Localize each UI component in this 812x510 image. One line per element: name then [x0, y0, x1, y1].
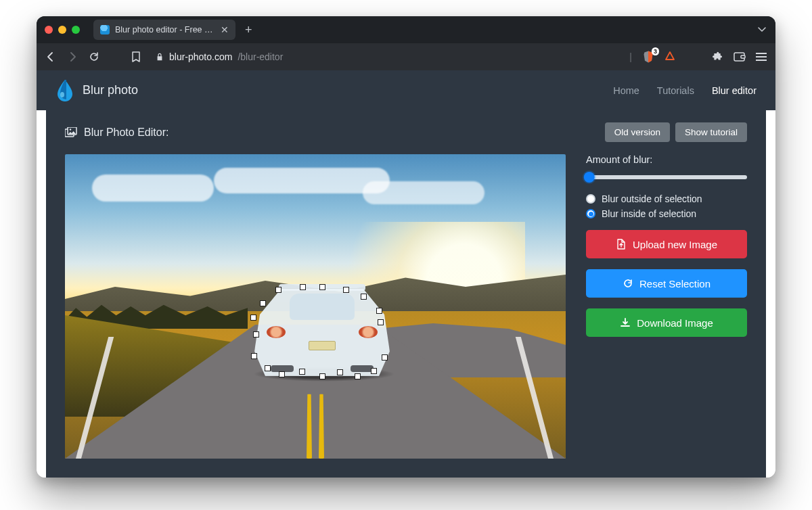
app-header: Blur photo Home Tutorials Blur editor [37, 70, 775, 110]
selection-handle[interactable] [265, 365, 271, 371]
images-icon [65, 127, 77, 138]
svg-rect-3 [756, 56, 767, 57]
lock-icon [156, 53, 164, 61]
selection-handle[interactable] [319, 284, 325, 290]
maximize-window-icon[interactable] [72, 26, 80, 34]
tabs-overflow-icon[interactable] [757, 24, 767, 37]
svg-point-8 [70, 129, 71, 130]
selection-handle[interactable] [253, 331, 259, 338]
brave-rewards-icon[interactable] [664, 51, 675, 64]
radio-blur-inside[interactable]: Blur inside of selection [586, 208, 747, 219]
controls-panel: Amount of blur: Blur outside of selectio… [586, 154, 747, 459]
minimize-window-icon[interactable] [58, 26, 66, 34]
selection-handle[interactable] [382, 354, 388, 361]
selection-handle[interactable] [260, 300, 266, 306]
radio-label: Blur inside of selection [602, 208, 696, 219]
radio-icon [586, 209, 595, 218]
nav-tutorials[interactable]: Tutorials [657, 85, 694, 96]
new-tab-button[interactable]: + [242, 23, 255, 37]
favicon-icon [100, 25, 110, 34]
forward-button[interactable] [66, 51, 78, 63]
url-path: /blur-editor [238, 51, 283, 62]
reload-button[interactable] [88, 51, 100, 63]
wallet-icon[interactable] [734, 51, 746, 63]
selection-handle[interactable] [355, 373, 361, 379]
nav-home[interactable]: Home [613, 85, 639, 96]
url-host: blur-photo.com [169, 51, 232, 62]
brand-drop-icon [55, 79, 74, 102]
tab-title: Blur photo editor - Free online t [115, 25, 215, 34]
close-window-icon[interactable] [45, 26, 53, 34]
extensions-icon[interactable] [712, 51, 724, 63]
selection-handle[interactable] [251, 353, 257, 359]
svg-rect-4 [756, 60, 767, 61]
file-upload-icon [616, 239, 627, 250]
selection-handle[interactable] [378, 319, 384, 325]
nav-blur-editor[interactable]: Blur editor [712, 85, 757, 96]
svg-rect-2 [756, 53, 767, 54]
radio-blur-outside[interactable]: Blur outside of selection [586, 193, 747, 204]
address-bar[interactable]: blur-photo.com/blur-editor [156, 51, 283, 62]
selection-handle[interactable] [376, 308, 382, 314]
brand[interactable]: Blur photo [55, 79, 138, 102]
browser-toolbar: blur-photo.com/blur-editor | 3 [37, 43, 775, 70]
old-version-button[interactable]: Old version [605, 122, 670, 142]
selection-handle[interactable] [250, 315, 256, 321]
selection-handle[interactable] [319, 373, 325, 379]
selection-handle[interactable] [361, 294, 367, 300]
selection-handle[interactable] [343, 287, 349, 293]
selection-handle[interactable] [371, 368, 377, 374]
menu-icon[interactable] [755, 51, 767, 63]
back-button[interactable] [45, 51, 57, 63]
selection-handle[interactable] [299, 369, 305, 375]
radio-icon [586, 194, 595, 204]
browser-tab[interactable]: Blur photo editor - Free online t ✕ [93, 20, 235, 40]
window-controls [45, 26, 80, 34]
blur-amount-slider[interactable] [586, 170, 747, 184]
download-image-button[interactable]: Download Image [586, 308, 747, 337]
selection-handle[interactable] [300, 284, 306, 290]
car-subject [254, 288, 390, 376]
brave-shields-icon[interactable]: 3 [641, 50, 655, 64]
upload-image-button[interactable]: Upload new Image [586, 230, 747, 258]
selection-handle[interactable] [275, 287, 281, 293]
main-nav: Home Tutorials Blur editor [613, 85, 757, 96]
brave-block-count: 3 [652, 47, 659, 55]
svg-rect-1 [741, 55, 745, 58]
reset-icon [623, 278, 633, 289]
radio-label: Blur outside of selection [602, 193, 702, 204]
bookmark-icon[interactable] [130, 51, 142, 63]
editor-title: Blur Photo Editor: [65, 126, 168, 139]
brand-name: Blur photo [83, 83, 138, 97]
browser-tabstrip: Blur photo editor - Free online t ✕ + [37, 16, 775, 43]
close-tab-icon[interactable]: ✕ [221, 24, 229, 35]
slider-thumb[interactable] [584, 172, 595, 183]
selection-handle[interactable] [279, 371, 285, 377]
reset-selection-button[interactable]: Reset Selection [586, 269, 747, 298]
download-icon [620, 317, 631, 328]
svg-point-5 [60, 92, 64, 97]
browser-window: Blur photo editor - Free online t ✕ + bl… [37, 16, 775, 478]
amount-of-blur-label: Amount of blur: [586, 154, 747, 165]
editor-panel: Blur Photo Editor: Old version Show tuto… [46, 110, 766, 478]
image-canvas[interactable] [65, 154, 566, 459]
show-tutorial-button[interactable]: Show tutorial [675, 122, 747, 142]
selection-handle[interactable] [337, 369, 343, 375]
